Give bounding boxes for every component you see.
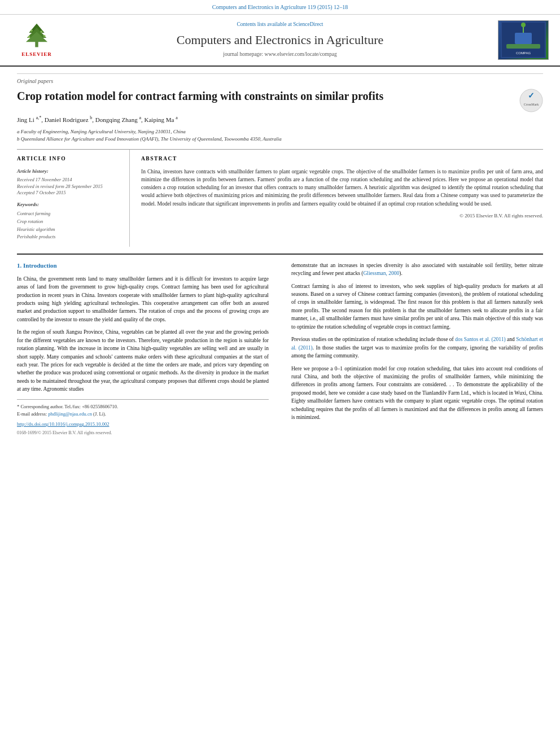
- affiliation-a: a Faculty of Engineering, Nanjing Agricu…: [17, 128, 543, 136]
- gliessman-citation[interactable]: Gliessman, 2000: [363, 270, 399, 276]
- right-paragraph-1: demonstrate that an increases in species…: [291, 261, 543, 278]
- history-label: Article history:: [17, 168, 121, 175]
- svg-text:CrossMark: CrossMark: [524, 103, 539, 106]
- crossmark-badge: ✓ CrossMark: [519, 89, 543, 115]
- section-label: Original papers: [17, 73, 543, 86]
- keyword-2: Crop rotation: [17, 218, 121, 226]
- paper-container: Original papers Crop rotation model for …: [0, 73, 560, 436]
- authors-line: Jing Li a,*, Daniel Rodriguez b, Dongqin…: [17, 115, 543, 125]
- right-paragraph-3: Previous studies on the optimization of …: [291, 335, 543, 360]
- svg-rect-10: [506, 44, 540, 49]
- journal-header: ELSEVIER Contents lists available at Sci…: [0, 15, 560, 67]
- journal-title-block: Contents lists available at ScienceDirec…: [62, 21, 498, 59]
- svg-text:COMPAG: COMPAG: [516, 51, 531, 55]
- svg-point-5: [40, 30, 42, 33]
- corresponding-author: * Corresponding author. Tel./fax: +86 02…: [17, 403, 269, 410]
- doi-link[interactable]: http://dx.doi.org/10.1016/j.compag.2015.…: [17, 421, 109, 427]
- elsevier-brand-text: ELSEVIER: [21, 51, 52, 58]
- journal-ref-text: Computers and Electronics in Agriculture…: [212, 4, 348, 10]
- svg-rect-11: [515, 33, 532, 44]
- elsevier-logo: ELSEVIER: [11, 21, 62, 58]
- article-info-panel: ARTICLE INFO Article history: Received 1…: [17, 150, 130, 247]
- journal-logo-right: COMPAG: [498, 20, 549, 60]
- journal-name-heading: Computers and Electronics in Agriculture: [73, 31, 487, 49]
- santos-citation[interactable]: dos Santos et al. (2011): [455, 337, 505, 342]
- compag-logo-icon: COMPAG: [501, 21, 546, 58]
- intro-paragraph-1: In China, the government rents land to m…: [17, 275, 269, 324]
- journal-homepage-url: journal homepage: www.elsevier.com/locat…: [73, 51, 487, 59]
- both-text: both: [332, 374, 342, 379]
- keywords-label: Keywords:: [17, 201, 121, 208]
- abstract-heading: ABSTRACT: [141, 155, 543, 163]
- keyword-4: Perishable products: [17, 233, 121, 241]
- svg-point-4: [30, 30, 33, 32]
- svg-point-13: [521, 23, 526, 27]
- abstract-text: In China, investors have contracts with …: [141, 168, 543, 208]
- right-column: demonstrate that an increases in species…: [286, 261, 543, 436]
- svg-point-6: [28, 36, 30, 38]
- keyword-1: Contract farming: [17, 210, 121, 218]
- abstract-panel: ABSTRACT In China, investors have contra…: [130, 150, 543, 247]
- introduction-heading: 1. Introduction: [17, 261, 269, 270]
- journal-reference: Computers and Electronics in Agriculture…: [0, 0, 560, 15]
- elsevier-tree-icon: [17, 21, 56, 50]
- email-link[interactable]: phdlijing@njau.edu.cn: [48, 411, 92, 417]
- crossmark-icon: ✓ CrossMark: [519, 89, 543, 112]
- sciencedirect-label: Contents lists available at ScienceDirec…: [73, 21, 487, 29]
- keywords-list: Contract farming Crop rotation Heuristic…: [17, 210, 121, 241]
- sciencedirect-link-text[interactable]: ScienceDirect: [293, 21, 323, 27]
- intro-paragraph-2: In the region of south Jiangsu Province,…: [17, 328, 269, 394]
- affiliations-block: a Faculty of Engineering, Nanjing Agricu…: [17, 128, 543, 143]
- received-date: Received 17 November 2014 Received in re…: [17, 177, 121, 197]
- left-column: 1. Introduction In China, the government…: [17, 261, 274, 436]
- article-info-abstract: ARTICLE INFO Article history: Received 1…: [17, 149, 543, 247]
- right-paragraph-4: Here we propose a 0–1 optimization model…: [291, 365, 543, 422]
- copyright-text: © 2015 Elsevier B.V. All rights reserved…: [141, 212, 543, 220]
- footnotes: * Corresponding author. Tel./fax: +86 02…: [17, 399, 269, 436]
- right-paragraph-2: Contract farming is also of interest to …: [291, 282, 543, 331]
- keyword-3: Heuristic algorithm: [17, 226, 121, 234]
- article-info-heading: ARTICLE INFO: [17, 155, 121, 163]
- elsevier-rights-notice: 0168-1699/© 2015 Elsevier B.V. All right…: [17, 430, 269, 436]
- email-footnote: E-mail address: phdlijing@njau.edu.cn (J…: [17, 410, 269, 418]
- paper-title: Crop rotation model for contract farming…: [17, 89, 383, 103]
- svg-point-7: [43, 35, 46, 37]
- schonhart-citation[interactable]: Schönhart et al. (2011): [291, 337, 543, 350]
- affiliation-b: b Queensland Alliance for Agriculture an…: [17, 136, 543, 143]
- svg-text:✓: ✓: [528, 91, 535, 100]
- main-content: 1. Introduction In China, the government…: [17, 254, 543, 436]
